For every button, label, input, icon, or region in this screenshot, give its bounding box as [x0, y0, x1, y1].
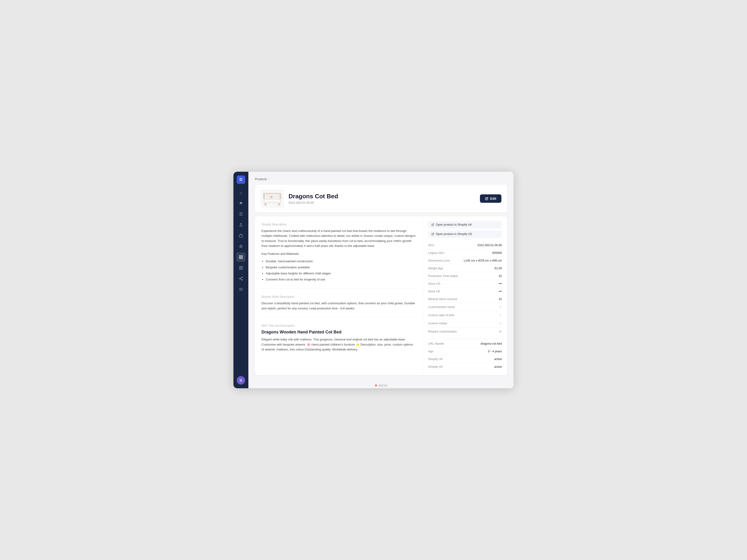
- svg-rect-8: [241, 268, 242, 269]
- production-time-label: Production Time (days): [428, 274, 458, 278]
- weight-label: Weight (kg): [428, 267, 443, 270]
- custom-initials-x-icon: ✕: [499, 322, 502, 325]
- breadcrumb: Products ›: [255, 177, 507, 181]
- description-text: Experience the charm and craftsmanship o…: [261, 229, 416, 248]
- production-time-value: 32: [499, 274, 502, 278]
- shopify-us-status-value: active: [494, 365, 502, 368]
- sidebar-avatar[interactable]: D: [237, 376, 245, 384]
- min-stock-value: 10: [499, 297, 502, 301]
- customization-name-row: Customization name ✕: [428, 303, 502, 311]
- require-customization-check-icon: ✓: [499, 330, 502, 334]
- product-info: Dragons Cot Bed 0101.003.01.00.00: [288, 193, 475, 205]
- custom-dob-row: Custom date of birth ✕: [428, 311, 502, 319]
- weight-value: 61.00: [495, 267, 502, 270]
- svg-rect-2: [241, 256, 242, 257]
- short-description-label: Shopify Short Description: [261, 295, 416, 298]
- min-stock-label: Minimal Stock Amount: [428, 297, 457, 301]
- svg-point-38: [271, 196, 272, 197]
- svg-rect-22: [264, 200, 280, 202]
- shopify-uk-status-value: active: [494, 357, 502, 361]
- feature-item: Bespoke customization available: [266, 265, 416, 270]
- edit-button[interactable]: Edit: [480, 194, 501, 203]
- svg-rect-28: [266, 194, 266, 200]
- url-handle-row: URL Handle dragons-cot-bed: [428, 339, 502, 348]
- app-wrapper: D ⌂ ⚑ ☰: [233, 172, 514, 388]
- footer-brand: ✚ MSYS: [248, 381, 514, 388]
- sidebar-item-archive[interactable]: [236, 231, 246, 240]
- dimensions-label: Dimensions (cm): [428, 259, 450, 262]
- dimensions-row: Dimensions (cm) L145 cm x W78 cm x H95 c…: [428, 257, 502, 265]
- svg-rect-20: [278, 203, 279, 206]
- product-image: [260, 189, 284, 208]
- production-time-row: Production Time (days) 32: [428, 272, 502, 280]
- shopify-description-section: Shopify Description Experience the charm…: [261, 223, 416, 282]
- left-column: Shopify Description Experience the charm…: [255, 216, 423, 375]
- svg-rect-0: [239, 235, 243, 237]
- seo-description: Elegant white baby crib with mattress. T…: [261, 337, 416, 352]
- section-divider: [261, 288, 416, 289]
- external-link-icon-2: [431, 233, 434, 235]
- svg-rect-30: [269, 194, 269, 200]
- svg-rect-35: [277, 194, 277, 200]
- custom-initials-label: Custom initials: [428, 322, 447, 325]
- svg-point-42: [271, 197, 272, 197]
- svg-rect-34: [275, 194, 276, 200]
- stock-uk-value: •••: [499, 290, 502, 293]
- svg-point-39: [271, 197, 272, 198]
- svg-line-44: [433, 233, 434, 235]
- shopify-uk-row: Shopify UK active: [428, 355, 502, 363]
- customization-name-x-icon: ✕: [499, 305, 502, 309]
- stock-uk-label: Stock UK: [428, 290, 440, 293]
- sku-row: SKU 0101.003.01.00.00: [428, 241, 502, 249]
- edit-icon: [485, 197, 488, 200]
- svg-line-12: [240, 279, 241, 279]
- shopify-us-row: Shopify US active: [428, 363, 502, 371]
- sidebar-item-sparkle[interactable]: [236, 242, 246, 251]
- legacy-sku-label: Legacy SKU: [428, 251, 444, 255]
- sidebar-item-home[interactable]: ⌂: [236, 188, 246, 197]
- customization-name-label: Customization name: [428, 305, 455, 309]
- svg-rect-33: [274, 194, 274, 200]
- min-stock-row: Minimal Stock Amount 10: [428, 295, 502, 303]
- svg-rect-4: [241, 258, 242, 259]
- data-rows: SKU 0101.003.01.00.00 Legacy SKU 405000 …: [428, 241, 502, 371]
- sidebar-item-menu[interactable]: ☰: [236, 210, 246, 219]
- dimensions-value: L145 cm x W78 cm x H95 cm: [464, 259, 502, 262]
- sidebar-item-flag[interactable]: ⚑: [236, 199, 246, 208]
- sidebar-item-share[interactable]: [236, 274, 246, 283]
- age-row: Age 0 - 4 years: [428, 348, 502, 355]
- svg-line-13: [240, 278, 241, 278]
- legacy-sku-row: Legacy SKU 405000: [428, 249, 502, 257]
- sidebar-item-flask[interactable]: [236, 220, 246, 230]
- weight-row: Weight (kg) 61.00: [428, 265, 502, 272]
- shopify-us-label: Open product in Shopify US: [436, 232, 472, 236]
- sidebar: D ⌂ ⚑ ☰: [233, 172, 248, 388]
- shopify-uk-label: Open product in Shopify UK: [436, 223, 472, 226]
- sku-value: 0101.003.01.00.00: [478, 244, 502, 247]
- legacy-sku-value: 405000: [492, 251, 502, 255]
- sidebar-item-list[interactable]: [236, 285, 246, 294]
- seo-label: SEO Title and Description: [261, 324, 416, 327]
- breadcrumb-separator: ›: [268, 177, 269, 181]
- custom-dob-label: Custom date of birth: [428, 314, 455, 317]
- feature-item: Durable, hand-painted construction: [266, 259, 416, 264]
- sidebar-item-products[interactable]: [236, 252, 246, 262]
- svg-rect-19: [265, 203, 266, 206]
- external-link-icon: [431, 223, 434, 226]
- features-list: Durable, hand-painted construction Bespo…: [266, 259, 416, 282]
- svg-rect-36: [278, 194, 279, 200]
- url-handle-label: URL Handle: [428, 342, 444, 345]
- product-sku: 0101.003.01.00.00: [288, 201, 475, 205]
- svg-line-43: [433, 224, 434, 225]
- shopify-us-status-label: Shopify US: [428, 365, 443, 368]
- sku-label: SKU: [428, 244, 434, 247]
- edit-label: Edit: [490, 197, 496, 201]
- open-shopify-us-button[interactable]: Open product in Shopify US: [428, 230, 502, 238]
- breadcrumb-products[interactable]: Products: [255, 177, 267, 181]
- stock-us-label: Stock US: [428, 282, 440, 285]
- sidebar-item-grid[interactable]: [236, 263, 246, 272]
- brand-name: MSYS: [379, 384, 387, 387]
- open-shopify-uk-button[interactable]: Open product in Shopify UK: [428, 221, 502, 229]
- shopify-uk-status-label: Shopify UK: [428, 357, 443, 361]
- svg-rect-3: [239, 258, 240, 259]
